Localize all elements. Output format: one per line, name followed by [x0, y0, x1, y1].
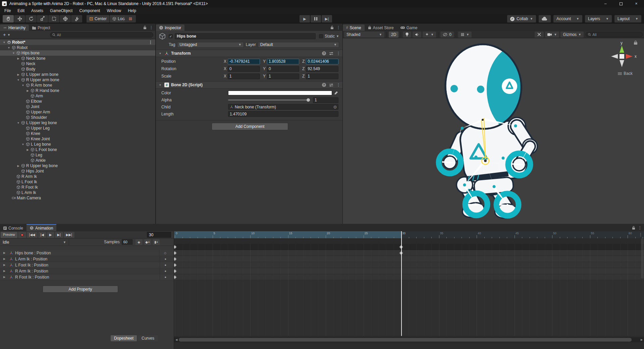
preview-button[interactable]: Preview: [1, 232, 17, 238]
camera-settings-dropdown[interactable]: ▼: [545, 32, 559, 38]
rotate-tool-button[interactable]: [25, 15, 37, 22]
tab-project[interactable]: Project: [29, 24, 53, 31]
hierarchy-item-knee[interactable]: Knee: [0, 131, 155, 136]
hierarchy-item-shoulder[interactable]: Shoulder: [0, 115, 155, 120]
expand-arrow-icon[interactable]: ▶: [16, 164, 20, 167]
2d-toggle-button[interactable]: 2D: [389, 32, 398, 38]
property-row-l-arm-ik-position[interactable]: ▶L Arm Ik : Position●: [0, 256, 174, 262]
shading-mode-dropdown[interactable]: Shaded ▼: [344, 32, 384, 38]
alpha-value-field[interactable]: [313, 97, 338, 103]
pause-button[interactable]: [311, 15, 321, 22]
position-z-field[interactable]: [306, 59, 338, 64]
expand-arrow-icon[interactable]: ▶: [0, 269, 9, 272]
transform-component-header[interactable]: ▼ Transform ? ⋮: [156, 50, 342, 57]
expand-arrow-icon[interactable]: ▶: [0, 276, 9, 279]
hierarchy-search-input[interactable]: [57, 33, 151, 37]
hierarchy-search[interactable]: [50, 32, 153, 38]
scrollbar-thumb[interactable]: [179, 338, 632, 342]
vertical-scrollbar[interactable]: [641, 238, 644, 279]
add-keyframe-button[interactable]: ◈: [136, 239, 142, 245]
scene-viewport[interactable]: y x Back: [343, 38, 644, 224]
dopesheet[interactable]: [174, 238, 644, 336]
rect-tool-button[interactable]: [48, 15, 59, 22]
menu-component[interactable]: Component: [76, 8, 103, 14]
alpha-slider-handle[interactable]: [307, 98, 310, 102]
add-property-button[interactable]: Add Property: [43, 286, 118, 293]
position-y-field[interactable]: [267, 59, 299, 64]
tag-dropdown[interactable]: Untagged ▼: [177, 42, 244, 48]
expand-arrow-icon[interactable]: ▼: [16, 79, 20, 82]
dopesheet-track-r-arm-ik-position[interactable]: [174, 268, 644, 274]
clip-dropdown[interactable]: Idle ▼: [0, 239, 69, 246]
rotation-x-field[interactable]: [228, 66, 260, 72]
layer-dropdown[interactable]: Default ▼: [258, 42, 339, 48]
object-picker-icon[interactable]: ⊙: [333, 105, 337, 109]
hierarchy-item-r-hand-bone[interactable]: ▶R Hand bone: [0, 88, 155, 93]
hierarchy-item-ankle[interactable]: Ankle: [0, 158, 155, 163]
lock-icon[interactable]: [143, 26, 147, 30]
pivot-center-button[interactable]: Center: [87, 15, 109, 22]
step-button[interactable]: ▶|: [322, 15, 332, 22]
curves-button[interactable]: Curves: [138, 335, 158, 341]
scale-y-field[interactable]: [267, 73, 299, 79]
expand-arrow-icon[interactable]: ▶: [0, 251, 9, 254]
scene-tools-button[interactable]: [535, 32, 544, 38]
scale-z-field[interactable]: [306, 73, 338, 79]
scene-search-input[interactable]: [592, 33, 640, 37]
add-keyframe-plus-button[interactable]: ◆+: [144, 239, 151, 245]
expand-arrow-icon[interactable]: ▶: [25, 148, 30, 151]
dopesheet-button[interactable]: Dopesheet: [111, 335, 137, 341]
kebab-menu-icon[interactable]: ⋮: [639, 232, 643, 237]
expand-arrow-icon[interactable]: ▼: [21, 84, 25, 87]
gizmos-dropdown[interactable]: Gizmos ▼: [560, 32, 584, 38]
menu-help[interactable]: Help: [125, 8, 139, 14]
current-frame-field[interactable]: [147, 232, 171, 238]
play-animation-button[interactable]: ▶: [47, 232, 54, 238]
color-swatch[interactable]: [228, 91, 332, 95]
keyframe-indicator-icon[interactable]: ◇: [159, 250, 174, 256]
gameobject-name-field[interactable]: [175, 33, 316, 39]
hierarchy-item-elbow[interactable]: Elbow: [0, 99, 155, 104]
foldout-arrow[interactable]: ▼: [158, 52, 162, 55]
dopesheet-track-r-foot-ik-position[interactable]: [174, 274, 644, 280]
scroll-right-icon[interactable]: ▶: [639, 338, 644, 341]
presets-icon[interactable]: [329, 52, 333, 55]
length-field[interactable]: [228, 111, 338, 117]
lighting-toggle-button[interactable]: [403, 32, 411, 38]
hierarchy-item-r-arm-ik[interactable]: R Arm Ik: [0, 174, 155, 179]
active-checkbox[interactable]: ✓: [169, 34, 173, 38]
expand-arrow-icon[interactable]: ▼: [11, 52, 16, 55]
lock-icon[interactable]: [330, 26, 334, 30]
audio-toggle-button[interactable]: [413, 32, 421, 38]
lock-icon[interactable]: [632, 226, 635, 230]
property-row-r-foot-ik-position[interactable]: ▶R Foot Ik : Position●: [0, 274, 174, 280]
add-component-button[interactable]: Add Component: [212, 123, 288, 130]
dopesheet-track-l-arm-ik-position[interactable]: [174, 256, 644, 262]
position-x-field[interactable]: [228, 59, 260, 64]
timeline-ruler[interactable]: ⋮ 051015202530354045505560: [174, 231, 644, 238]
last-frame-button[interactable]: ▶▶|: [64, 232, 74, 238]
hierarchy-item-r-arm-bone[interactable]: ▼R Arm bone: [0, 83, 155, 88]
expand-arrow-icon[interactable]: ▼: [7, 46, 11, 49]
grid-snap-button[interactable]: [125, 15, 136, 22]
hand-tool-button[interactable]: [3, 15, 14, 22]
hierarchy-item-robot[interactable]: ▼Robot*⋮: [0, 40, 155, 45]
hierarchy-item-r-upper-arm-bone[interactable]: ▼R Upper arm bone: [0, 77, 155, 83]
rotation-y-field[interactable]: [267, 66, 299, 72]
hierarchy-item-l-foot-ik[interactable]: L Foot Ik: [0, 179, 155, 185]
hierarchy-item-neck[interactable]: Neck: [0, 61, 155, 66]
menu-edit[interactable]: Edit: [14, 8, 28, 14]
dopesheet-track-l-foot-ik-position[interactable]: [174, 262, 644, 268]
hierarchy-item-l-upper-leg-bone[interactable]: ▼L Upper leg bone: [0, 120, 155, 126]
hierarchy-item-hips-joint[interactable]: Hips Joint: [0, 168, 155, 174]
close-button[interactable]: ×: [629, 0, 644, 7]
rotation-z-field[interactable]: [306, 66, 338, 72]
custom-tool-button[interactable]: [71, 15, 82, 22]
horizontal-scrollbar[interactable]: ◀ ▶: [174, 337, 644, 342]
hierarchy-item-neck-bone[interactable]: ▶Neck bone: [0, 56, 155, 61]
hierarchy-item-hips-bone[interactable]: ▼Hips bone: [0, 50, 155, 56]
property-row-l-foot-ik-position[interactable]: ▶L Foot Ik : Position●: [0, 262, 174, 268]
move-tool-button[interactable]: [14, 15, 25, 22]
tab-inspector[interactable]: i Inspector: [156, 24, 184, 31]
hierarchy-item-l-foot-bone[interactable]: ▶L Foot bone: [0, 147, 155, 152]
